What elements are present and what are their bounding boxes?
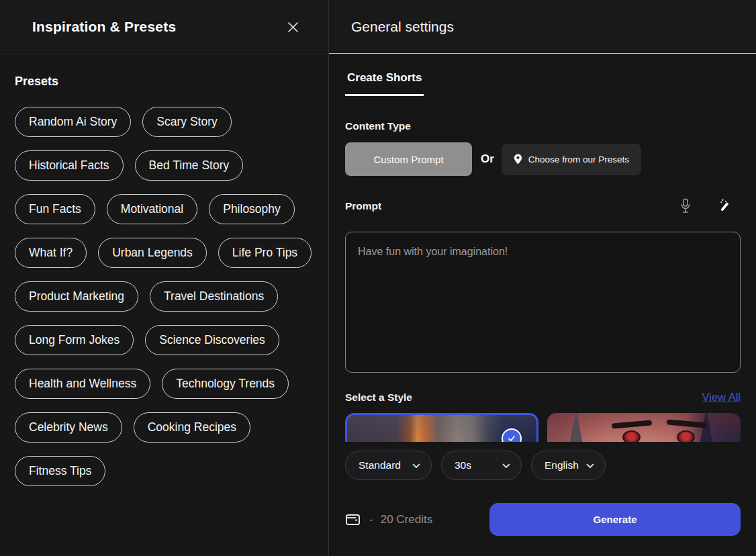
selected-badge-icon	[502, 428, 522, 442]
preset-pill-health-and-wellness[interactable]: Health and Wellness	[15, 369, 150, 399]
style-carousel	[345, 413, 741, 442]
inspiration-presets-panel: Inspiration & Presets Presets Random Ai …	[0, 0, 329, 556]
or-label: Or	[481, 152, 494, 166]
content-type-toggle: Custom Prompt Or Choose from our Presets	[345, 142, 741, 176]
presets-body: Presets Random Ai StoryScary StoryHistor…	[0, 54, 328, 500]
preset-pill-life-pro-tips[interactable]: Life Pro Tips	[218, 238, 312, 268]
preset-pill-fun-facts[interactable]: Fun Facts	[15, 194, 95, 224]
microphone-icon[interactable]	[679, 198, 692, 214]
preset-pill-long-form-jokes[interactable]: Long Form Jokes	[15, 325, 134, 355]
preset-pill-product-marketing[interactable]: Product Marketing	[15, 281, 138, 312]
custom-prompt-button[interactable]: Custom Prompt	[345, 142, 472, 176]
chevron-down-icon	[586, 459, 594, 471]
character-eye	[677, 430, 695, 442]
preset-row: What If?Urban LegendsLife Pro Tips	[15, 238, 314, 268]
preset-pill-motivational[interactable]: Motivational	[107, 194, 197, 224]
preset-row: Historical FactsBed Time Story	[15, 150, 314, 181]
generation-footer: - 20 Credits Generate	[345, 503, 741, 536]
prompt-tools	[679, 198, 731, 214]
view-all-link[interactable]: View All	[702, 391, 741, 404]
preset-pill-random-ai-story[interactable]: Random Ai Story	[15, 107, 131, 137]
preset-row: Health and WellnessTechnology Trends	[15, 369, 314, 399]
language-dropdown[interactable]: English	[531, 451, 606, 480]
inspiration-presets-header: Inspiration & Presets	[0, 0, 328, 54]
choose-presets-label: Choose from our Presets	[528, 154, 629, 165]
duration-dropdown[interactable]: 30s	[441, 451, 522, 480]
chevron-down-icon	[502, 459, 510, 471]
prompt-header-row: Prompt	[345, 198, 741, 214]
language-value: English	[545, 459, 579, 471]
preset-pill-historical-facts[interactable]: Historical Facts	[15, 150, 124, 181]
quality-value: Standard	[359, 459, 401, 471]
preset-pill-scary-story[interactable]: Scary Story	[142, 107, 231, 137]
presets-heading: Presets	[15, 75, 314, 89]
app-root: Inspiration & Presets Presets Random Ai …	[0, 0, 756, 556]
select-style-label: Select a Style	[345, 391, 412, 404]
prompt-label: Prompt	[345, 200, 381, 212]
preset-list: Random Ai StoryScary StoryHistorical Fac…	[15, 107, 314, 486]
quality-dropdown[interactable]: Standard	[345, 451, 432, 480]
preset-row: Long Form JokesScience Discoveries	[15, 325, 314, 355]
character-eyebrow	[612, 420, 652, 428]
tab-bar: Create Shorts	[345, 71, 741, 96]
character-eye	[622, 430, 641, 442]
style-header-row: Select a Style View All	[345, 391, 741, 404]
preset-row: Fun FactsMotivationalPhilosophy	[15, 194, 314, 224]
preset-pill-fitness-tips[interactable]: Fitness Tips	[15, 456, 105, 486]
style-option-comic[interactable]	[547, 413, 741, 442]
preset-pill-celebrity-news[interactable]: Celebrity News	[15, 412, 122, 443]
preset-pill-technology-trends[interactable]: Technology Trends	[162, 369, 289, 399]
settings-title: General settings	[351, 19, 454, 35]
generation-options-row: Standard 30s English	[345, 451, 741, 480]
credits-dash: -	[369, 513, 373, 526]
duration-value: 30s	[455, 459, 471, 471]
character-eyebrow	[667, 419, 707, 428]
chevron-down-icon	[412, 459, 420, 471]
preset-row: Product MarketingTravel Destinations	[15, 281, 314, 312]
prompt-input[interactable]	[345, 232, 741, 373]
preset-pill-science-discoveries[interactable]: Science Discoveries	[145, 325, 279, 355]
credits-display: - 20 Credits	[345, 512, 432, 526]
preset-row: Random Ai StoryScary Story	[15, 107, 314, 137]
preset-row: Fitness Tips	[15, 456, 314, 486]
general-settings-panel: General settings Create Shorts Content T…	[329, 0, 756, 556]
wallet-icon	[345, 512, 361, 526]
choose-presets-button[interactable]: Choose from our Presets	[502, 144, 641, 175]
preset-pill-bed-time-story[interactable]: Bed Time Story	[135, 150, 244, 181]
magic-wand-icon[interactable]	[718, 199, 731, 214]
preset-pill-urban-legends[interactable]: Urban Legends	[98, 238, 207, 268]
preset-pill-travel-destinations[interactable]: Travel Destinations	[150, 281, 278, 312]
tree-silhouette	[565, 413, 587, 442]
preset-pill-philosophy[interactable]: Philosophy	[209, 194, 295, 224]
content-type-label: Content Type	[345, 120, 741, 132]
close-icon[interactable]	[285, 19, 301, 36]
credits-count: 20 Credits	[381, 513, 432, 526]
preset-pill-what-if[interactable]: What If?	[15, 238, 87, 268]
panel-title: Inspiration & Presets	[32, 19, 176, 35]
location-pin-icon	[514, 154, 522, 165]
preset-row: Celebrity NewsCooking Recipes	[15, 412, 314, 443]
tab-create-shorts[interactable]: Create Shorts	[345, 71, 424, 96]
style-option-realistic-selected[interactable]	[345, 413, 538, 442]
general-settings-header: General settings	[329, 0, 756, 54]
preset-pill-cooking-recipes[interactable]: Cooking Recipes	[134, 412, 250, 443]
generate-button[interactable]: Generate	[489, 503, 741, 536]
settings-body: Create Shorts Content Type Custom Prompt…	[329, 54, 756, 556]
